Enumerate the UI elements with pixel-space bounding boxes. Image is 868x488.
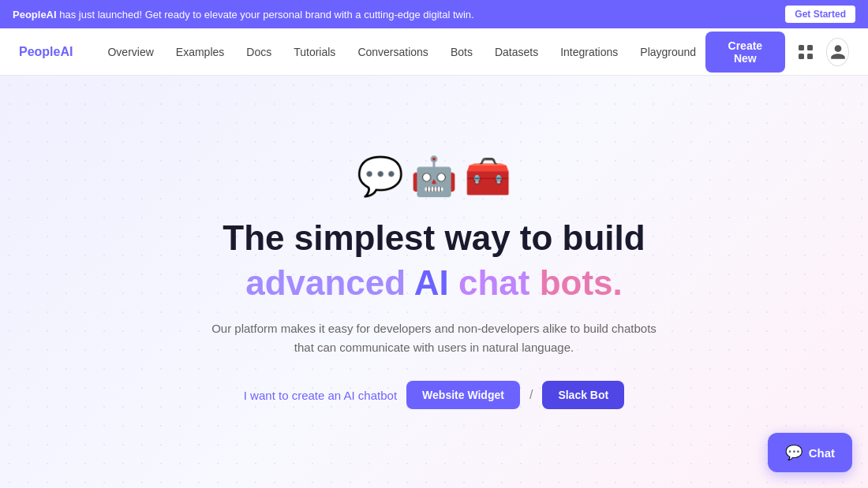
nav-examples[interactable]: Examples (166, 39, 234, 65)
nav-bots[interactable]: Bots (441, 39, 482, 65)
subtitle-ai: AI (414, 263, 449, 302)
announcement-banner: PeopleAI has just launched! Get ready to… (0, 0, 868, 28)
brand-name: PeopleAI (13, 9, 57, 20)
chat-bubble-icon: 💬 (785, 444, 803, 461)
announcement-text: PeopleAI has just launched! Get ready to… (13, 9, 777, 20)
subtitle-advanced: advanced (245, 263, 406, 302)
logo: PeopleAI (19, 45, 73, 59)
cta-text: I want to create an AI chatbot (244, 389, 397, 402)
subtitle-bots: bots (540, 263, 613, 302)
grid-icon[interactable] (795, 38, 817, 66)
hero-subtitle: advanced AI chat bots. (245, 263, 623, 304)
announcement-message: has just launched! Get ready to elevate … (59, 9, 473, 20)
svg-rect-2 (799, 54, 804, 59)
nav-conversations[interactable]: Conversations (348, 39, 438, 65)
chat-button-label: Chat (809, 446, 835, 460)
svg-rect-0 (799, 45, 804, 50)
hero-section: 💬 🤖 🧰 The simplest way to build advanced… (0, 76, 868, 488)
nav-integrations[interactable]: Integrations (551, 39, 627, 65)
hero-cta: I want to create an AI chatbot Website W… (244, 381, 624, 409)
user-avatar-icon[interactable] (826, 38, 849, 66)
chat-button[interactable]: 💬 Chat (768, 433, 852, 472)
slack-bot-button[interactable]: Slack Bot (542, 381, 624, 409)
cta-divider: / (529, 388, 533, 402)
get-started-button[interactable]: Get Started (785, 6, 855, 23)
speech-bubble-emoji: 💬 (357, 155, 404, 199)
robot-emoji: 🤖 (410, 155, 458, 199)
hero-description: Our platform makes it easy for developer… (205, 319, 663, 357)
logo-suffix: AI (60, 45, 73, 58)
create-new-button[interactable]: Create New (705, 32, 784, 73)
svg-rect-1 (807, 45, 813, 50)
navbar: PeopleAI Overview Examples Docs Tutorial… (0, 28, 868, 76)
website-widget-button[interactable]: Website Widget (406, 381, 520, 409)
subtitle-chat: chat (458, 263, 529, 302)
nav-actions: Create New (705, 32, 849, 73)
nav-playground[interactable]: Playground (630, 39, 705, 65)
nav-tutorials[interactable]: Tutorials (284, 39, 345, 65)
logo-brand: People (19, 45, 60, 58)
nav-datasets[interactable]: Datasets (485, 39, 548, 65)
hero-icons: 💬 🤖 🧰 (357, 155, 511, 199)
subtitle-dot: . (613, 263, 623, 302)
svg-rect-3 (807, 54, 813, 59)
hero-title: The simplest way to build (223, 218, 645, 259)
nav-overview[interactable]: Overview (98, 39, 163, 65)
nav-docs[interactable]: Docs (237, 39, 281, 65)
toolbox-emoji: 🧰 (464, 155, 511, 199)
nav-links: Overview Examples Docs Tutorials Convers… (98, 39, 705, 65)
